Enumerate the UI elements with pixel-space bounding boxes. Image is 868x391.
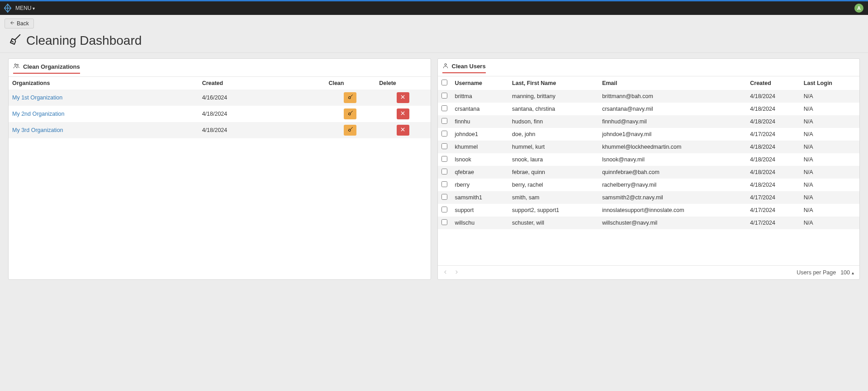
table-row: khummelhummel, kurtkhummel@lockheedmarti… [438,141,860,153]
table-row: johndoe1doe, johnjohndoe1@navy.mil4/17/2… [438,128,860,141]
user-lastfirst: snook, laura [508,153,598,166]
users-table: Username Last, First Name Email Created … [438,76,860,229]
delete-button[interactable] [397,92,409,103]
col-created: Created [746,76,800,90]
clean-button[interactable] [344,125,356,136]
row-checkbox[interactable] [441,105,447,111]
page-header: Cleaning Dashboard [0,31,868,53]
caret-up-icon: ▴ [852,270,854,275]
user-lastlogin: N/A [800,115,859,128]
user-lastfirst: doe, john [508,128,598,141]
row-checkbox[interactable] [441,207,447,212]
row-checkbox[interactable] [441,169,447,174]
user-lastfirst: febrae, quinn [508,166,598,179]
avatar[interactable]: A [854,4,863,13]
user-email: willschuster@navy.mil [598,217,746,229]
top-navbar: MENU ▾ A [0,0,868,15]
user-lastlogin: N/A [800,103,859,115]
user-created: 4/17/2024 [746,191,800,204]
organization-link[interactable]: My 1st Organization [12,94,62,101]
user-lastlogin: N/A [800,191,859,204]
page-prev-icon[interactable] [443,269,448,276]
menu-label: MENU [15,5,31,11]
back-label: Back [17,20,29,27]
delete-button[interactable] [397,108,409,119]
user-username: willschu [451,217,509,229]
clean-button[interactable] [344,92,356,103]
organization-link[interactable]: My 3rd Organization [12,127,63,133]
per-page-value: 100 [840,269,850,276]
close-icon [400,127,406,134]
row-checkbox[interactable] [441,156,447,162]
row-checkbox[interactable] [441,118,447,124]
user-lastlogin: N/A [800,128,859,141]
users-panel-title: Clean Users [452,63,486,70]
user-username: support [451,204,509,217]
delete-button[interactable] [397,125,409,136]
table-row: qfebraefebrae, quinnquinnfebrae@bah.com4… [438,166,860,179]
org-created: 4/18/2024 [199,106,325,122]
user-lastfirst: berry, rachel [508,179,598,191]
clean-users-panel: Clean Users Username Last, First Name Em… [437,58,860,280]
table-row: lsnooksnook, lauralsnook@navy.mil4/18/20… [438,153,860,166]
menu-dropdown[interactable]: MENU ▾ [15,5,35,11]
users-panel-footer: Users per Page 100 ▴ [438,265,860,279]
page-next-icon[interactable] [454,269,459,276]
clean-button[interactable] [344,108,356,119]
user-lastlogin: N/A [800,204,859,217]
table-row: crsantanasantana, chrstinacrsantana@navy… [438,103,860,115]
user-username: rberry [451,179,509,191]
user-lastfirst: hudson, finn [508,115,598,128]
col-delete: Delete [375,77,430,90]
row-checkbox[interactable] [441,93,447,99]
user-username: johndoe1 [451,128,509,141]
user-lastlogin: N/A [800,90,859,103]
table-row: My 1st Organization4/16/2024 [9,90,431,106]
user-email: rachelberry@navy.mil [598,179,746,191]
user-email: crsantana@navy.mil [598,103,746,115]
user-created: 4/17/2024 [746,128,800,141]
user-username: samsmith1 [451,191,509,204]
col-email: Email [598,76,746,90]
row-checkbox[interactable] [441,131,447,137]
page-title: Cleaning Dashboard [26,33,142,48]
user-lastfirst: manning, brittany [508,90,598,103]
user-lastlogin: N/A [800,153,859,166]
broom-icon [347,110,353,118]
pagination-nav [443,269,459,276]
broom-icon [347,127,353,134]
table-row: willschuschuster, willwillschuster@navy.… [438,217,860,229]
per-page-dropdown[interactable]: 100 ▴ [840,269,854,276]
user-email: khummel@lockheedmartin.com [598,141,746,153]
org-created: 4/16/2024 [199,90,325,106]
row-checkbox[interactable] [441,181,447,187]
select-all-checkbox[interactable] [441,80,447,85]
clean-organizations-panel: Clean Organizations Organizations Create… [8,58,431,280]
user-lastfirst: hummel, kurt [508,141,598,153]
row-checkbox[interactable] [441,143,447,149]
user-created: 4/18/2024 [746,141,800,153]
table-row: rberryberry, rachelrachelberry@navy.mil4… [438,179,860,191]
table-row: samsmith1smith, samsamsmith2@ctr.navy.mi… [438,191,860,204]
table-row: My 3rd Organization4/18/2024 [9,122,431,138]
user-lastfirst: smith, sam [508,191,598,204]
row-checkbox[interactable] [441,219,447,225]
organization-link[interactable]: My 2nd Organization [12,111,64,117]
user-created: 4/18/2024 [746,90,800,103]
user-username: brittma [451,90,509,103]
user-lastfirst: santana, chrstina [508,103,598,115]
back-button[interactable]: Back [5,19,34,28]
user-email: samsmith2@ctr.navy.mil [598,191,746,204]
users-group-icon [13,62,20,71]
user-username: qfebrae [451,166,509,179]
user-lastlogin: N/A [800,141,859,153]
row-checkbox[interactable] [441,194,447,200]
col-organizations: Organizations [9,77,199,90]
user-created: 4/18/2024 [746,179,800,191]
user-email: lsnook@navy.mil [598,153,746,166]
app-logo-icon[interactable] [3,3,13,13]
broom-icon [8,33,22,48]
close-icon [400,110,406,118]
user-icon [442,62,449,70]
user-created: 4/17/2024 [746,217,800,229]
